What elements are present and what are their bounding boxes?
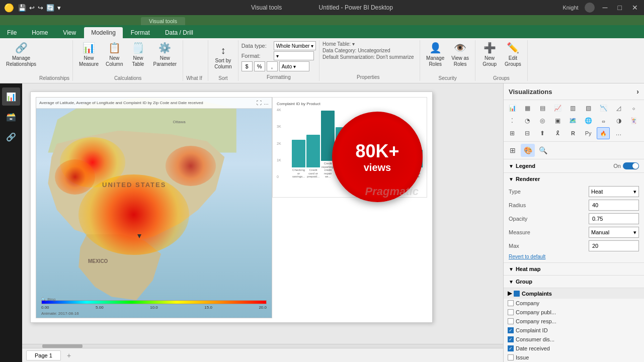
refresh-icon[interactable]: 🔄 bbox=[46, 4, 54, 12]
chart-heatmap-icon[interactable]: 🔥 bbox=[597, 127, 610, 139]
comma-button[interactable]: , bbox=[267, 61, 278, 71]
complaints-section-header[interactable]: ▶ Complaints bbox=[504, 288, 644, 299]
field-checkbox-0[interactable] bbox=[508, 300, 514, 306]
field-item-1[interactable]: Company publ... bbox=[504, 308, 644, 317]
field-checkbox-6[interactable] bbox=[508, 354, 514, 360]
chart-pie-icon[interactable]: ◔ bbox=[521, 115, 534, 127]
y-tick-1k: 1K bbox=[277, 158, 281, 162]
opacity-input[interactable] bbox=[589, 213, 639, 224]
renderer-collapse-button[interactable]: ▼ Renderer bbox=[509, 176, 639, 182]
sidebar-model-icon[interactable]: 🔗 bbox=[2, 128, 20, 146]
legend-toggle[interactable] bbox=[623, 162, 639, 169]
chart-line-col-icon[interactable]: ⬦ bbox=[627, 102, 640, 114]
edit-groups-button[interactable]: ✏️ EditGroups bbox=[502, 40, 524, 74]
sort-by-column-button[interactable]: ↕️ Sort byColumn bbox=[211, 43, 234, 71]
visual-tools-tab[interactable]: Visual tools bbox=[141, 17, 185, 25]
map-more-button[interactable]: … bbox=[264, 100, 269, 106]
chart-filled-map-icon[interactable]: 🌐 bbox=[582, 115, 595, 127]
new-parameter-button[interactable]: ⚙️ NewParameter bbox=[150, 40, 180, 74]
home-table-dropdown[interactable]: ▾ bbox=[352, 41, 355, 47]
horizontal-scrollbar[interactable] bbox=[22, 344, 503, 348]
revert-link[interactable]: Revert to default bbox=[509, 254, 639, 259]
field-checkbox-5[interactable]: ✓ bbox=[508, 345, 514, 351]
chart-card-icon[interactable]: 🃏 bbox=[627, 115, 640, 127]
maximize-button[interactable]: □ bbox=[616, 4, 624, 12]
chart-stacked-col-icon[interactable]: ▥ bbox=[567, 102, 580, 114]
chart-python-icon[interactable]: Py bbox=[582, 127, 595, 139]
promo-views: 80K+ bbox=[355, 141, 399, 162]
scrollbar-thumb[interactable] bbox=[42, 344, 83, 348]
sidebar-data-icon[interactable]: 🗃️ bbox=[2, 108, 20, 126]
field-checkbox-3[interactable]: ✓ bbox=[508, 327, 514, 333]
chart-donut-icon[interactable]: ◎ bbox=[536, 115, 549, 127]
tab-data-drill[interactable]: Data / Drill bbox=[158, 27, 200, 38]
chart-ribbon-icon[interactable]: 🎗 bbox=[551, 127, 565, 139]
page-tab-1[interactable]: Page 1 bbox=[26, 350, 61, 360]
new-table-button[interactable]: 🗒️ NewTable bbox=[127, 40, 149, 74]
new-measure-button[interactable]: 📊 NewMeasure bbox=[76, 40, 102, 74]
dropdown-icon[interactable]: ▾ bbox=[57, 4, 61, 12]
group-collapse-button[interactable]: ▼ Group bbox=[509, 279, 639, 285]
new-group-button[interactable]: ➕ NewGroup bbox=[478, 40, 501, 74]
chart-100-bar-icon[interactable]: ▤ bbox=[536, 102, 549, 114]
type-select[interactable]: Heat ▾ bbox=[589, 186, 639, 197]
map-visual[interactable]: UNITED STATES MEXICO Ottawa Average of L… bbox=[36, 97, 272, 318]
field-item-4[interactable]: ✓Consumer dis... bbox=[504, 335, 644, 344]
new-column-button[interactable]: 📋 NewColumn bbox=[103, 40, 126, 74]
chart-r-icon[interactable]: R bbox=[567, 127, 580, 139]
add-page-button[interactable]: + bbox=[63, 350, 75, 361]
field-checkbox-4[interactable]: ✓ bbox=[508, 336, 514, 342]
currency-button[interactable]: $ bbox=[242, 61, 253, 71]
tab-view[interactable]: View bbox=[56, 27, 83, 38]
fields-tab-button[interactable]: ⊞ bbox=[506, 144, 520, 157]
chart-area-icon[interactable]: ◿ bbox=[612, 102, 625, 114]
field-checkbox-2[interactable] bbox=[508, 318, 514, 324]
save-icon[interactable]: 💾 bbox=[18, 4, 26, 12]
tab-home[interactable]: Home bbox=[25, 27, 55, 38]
percent-button[interactable]: % bbox=[254, 61, 265, 71]
sidebar-report-icon[interactable]: 📊 bbox=[2, 87, 20, 106]
format-dropdown[interactable]: ▾ bbox=[274, 51, 314, 60]
chart-column-icon[interactable]: 📈 bbox=[551, 102, 565, 114]
chart-map-icon[interactable]: 🗺️ bbox=[567, 115, 580, 127]
tab-modeling[interactable]: Modeling bbox=[84, 27, 123, 38]
redo-icon[interactable]: ↪ bbox=[38, 4, 43, 12]
chart-matrix-icon[interactable]: ⊟ bbox=[521, 127, 534, 139]
analytics-tab-button[interactable]: 🔍 bbox=[536, 144, 550, 157]
map-expand-button[interactable]: ⛶ bbox=[257, 100, 262, 106]
max-input[interactable] bbox=[589, 240, 639, 251]
legend-collapse-button[interactable]: ▼ Legend bbox=[509, 163, 535, 169]
chart-funnel-icon[interactable]: ⏛ bbox=[597, 115, 610, 127]
tab-format[interactable]: Format bbox=[124, 27, 157, 38]
chart-more-icon[interactable]: … bbox=[612, 127, 625, 139]
manage-relationships-button[interactable]: 🔗 ManageRelationships bbox=[3, 40, 39, 81]
chart-table-icon[interactable]: ⊞ bbox=[506, 127, 519, 139]
radius-input[interactable] bbox=[589, 200, 639, 211]
field-item-5[interactable]: ✓Date received bbox=[504, 344, 644, 353]
chart-100-col-icon[interactable]: ▧ bbox=[582, 102, 595, 114]
chart-waterfall-icon[interactable]: ⬆ bbox=[536, 127, 549, 139]
field-item-6[interactable]: Issue bbox=[504, 353, 644, 362]
field-item-2[interactable]: Company resp... bbox=[504, 317, 644, 326]
view-as-roles-button[interactable]: 👁️ View asRoles bbox=[448, 40, 472, 74]
chart-stacked-bar-icon[interactable]: ▦ bbox=[521, 102, 534, 114]
format-tab-button[interactable]: 🎨 bbox=[521, 144, 535, 157]
chart-gauge-icon[interactable]: ◑ bbox=[612, 115, 625, 127]
chart-scatter-icon[interactable]: ⁚ bbox=[506, 115, 519, 127]
field-item-0[interactable]: Company bbox=[504, 299, 644, 308]
chart-bar-icon[interactable]: 📊 bbox=[506, 102, 519, 114]
data-type-dropdown[interactable]: Whole Number ▾ bbox=[274, 41, 316, 50]
minimize-button[interactable]: ─ bbox=[601, 4, 610, 12]
field-item-3[interactable]: ✓Complaint ID bbox=[504, 326, 644, 335]
tab-file[interactable]: File bbox=[0, 27, 24, 38]
field-checkbox-1[interactable] bbox=[508, 309, 514, 315]
auto-dropdown[interactable]: Auto ▾ bbox=[279, 61, 309, 71]
chart-line-icon[interactable]: 📉 bbox=[597, 102, 610, 114]
manage-roles-button[interactable]: 👤 ManageRoles bbox=[423, 40, 447, 74]
heat-map-collapse-button[interactable]: ▼ Heat map bbox=[509, 266, 639, 272]
undo-icon[interactable]: ↩ bbox=[29, 4, 35, 12]
close-button[interactable]: ✕ bbox=[630, 4, 640, 12]
chart-treemap-icon[interactable]: ▣ bbox=[551, 115, 565, 127]
measure-select[interactable]: Manual ▾ bbox=[589, 227, 639, 238]
viz-collapse-icon[interactable]: › bbox=[636, 87, 639, 96]
